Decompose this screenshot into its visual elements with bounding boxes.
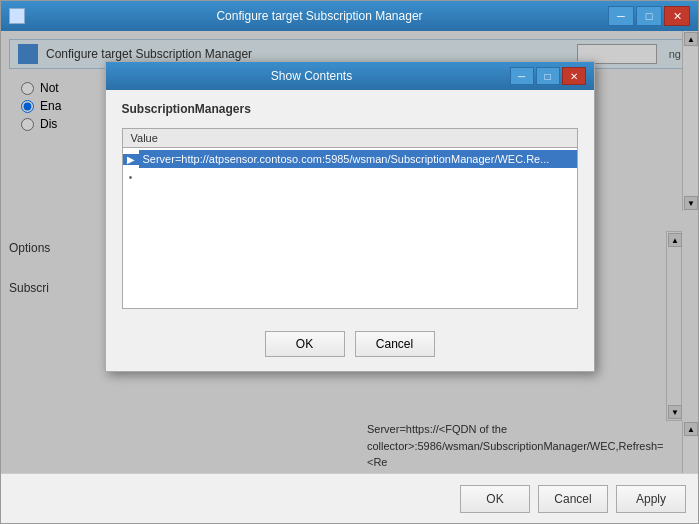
bottom-bar: OK Cancel Apply <box>1 473 698 523</box>
dialog-restore-button[interactable]: □ <box>536 67 560 85</box>
dialog-controls: ─ □ ✕ <box>510 67 586 85</box>
ok-button[interactable]: OK <box>460 485 530 513</box>
table-row[interactable]: • <box>123 170 577 185</box>
row-cell-2 <box>139 172 577 183</box>
dialog-cancel-button[interactable]: Cancel <box>355 331 435 357</box>
dialog-footer: OK Cancel <box>106 321 594 371</box>
modal-overlay: Show Contents ─ □ ✕ SubscriptionManagers… <box>1 31 698 473</box>
row-empty-arrow: • <box>123 172 139 183</box>
main-title-controls: ─ □ ✕ <box>608 6 690 26</box>
row-cell-1: Server=http://atpsensor.contoso.com:5985… <box>139 150 577 168</box>
main-close-button[interactable]: ✕ <box>664 6 690 26</box>
main-content: Configure target Subscription Manager ng… <box>1 31 698 473</box>
main-restore-button[interactable]: □ <box>636 6 662 26</box>
dialog-ok-button[interactable]: OK <box>265 331 345 357</box>
dialog: Show Contents ─ □ ✕ SubscriptionManagers… <box>105 61 595 372</box>
main-window: Configure target Subscription Manager ─ … <box>0 0 699 524</box>
row-arrow-icon: ▶ <box>123 154 139 165</box>
dialog-minimize-button[interactable]: ─ <box>510 67 534 85</box>
dialog-title-text: Show Contents <box>114 69 510 83</box>
value-table-body: ▶ Server=http://atpsensor.contoso.com:59… <box>123 148 577 308</box>
dialog-title-bar: Show Contents ─ □ ✕ <box>106 62 594 90</box>
main-title-bar: Configure target Subscription Manager ─ … <box>1 1 698 31</box>
apply-button[interactable]: Apply <box>616 485 686 513</box>
value-table: Value ▶ Server=http://atpsensor.contoso.… <box>122 128 578 309</box>
dialog-section-label: SubscriptionManagers <box>122 102 578 116</box>
main-title-text: Configure target Subscription Manager <box>31 9 608 23</box>
dialog-close-button[interactable]: ✕ <box>562 67 586 85</box>
main-title-icon <box>9 8 25 24</box>
main-minimize-button[interactable]: ─ <box>608 6 634 26</box>
cancel-button[interactable]: Cancel <box>538 485 608 513</box>
dialog-body: SubscriptionManagers Value ▶ Server=http… <box>106 90 594 321</box>
value-table-header: Value <box>123 129 577 148</box>
table-row[interactable]: ▶ Server=http://atpsensor.contoso.com:59… <box>123 148 577 170</box>
